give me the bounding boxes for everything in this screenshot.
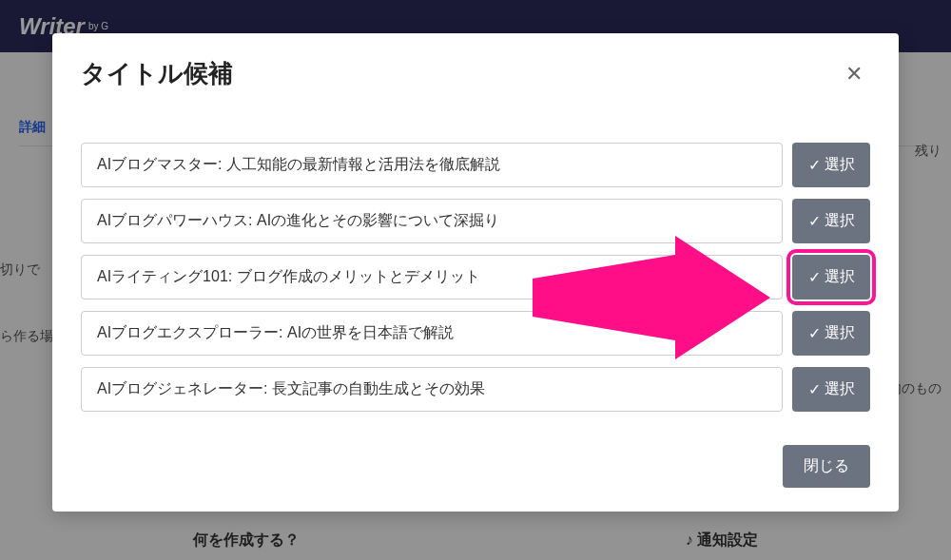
select-button-label: 選択 xyxy=(825,379,855,399)
candidate-text: AIブログジェネレーター: 長文記事の自動生成とその効果 xyxy=(81,367,783,412)
select-button[interactable]: ✓選択 xyxy=(792,255,870,299)
select-button-label: 選択 xyxy=(825,155,855,175)
candidates-list: AIブログマスター: 人工知能の最新情報と活用法を徹底解説✓選択AIブログパワー… xyxy=(81,143,870,412)
candidate-text: AIライティング101: ブログ作成のメリットとデメリット xyxy=(81,255,783,299)
check-icon: ✓ xyxy=(808,212,821,230)
title-candidates-modal: タイトル候補 ✕ AIブログマスター: 人工知能の最新情報と活用法を徹底解説✓選… xyxy=(52,33,899,512)
close-icon[interactable]: ✕ xyxy=(838,58,870,90)
candidate-text: AIブログマスター: 人工知能の最新情報と活用法を徹底解説 xyxy=(81,143,783,187)
candidate-row: AIブログパワーハウス: AIの進化とその影響について深掘り✓選択 xyxy=(81,199,870,243)
select-button-label: 選択 xyxy=(825,267,855,287)
modal-header: タイトル候補 ✕ xyxy=(81,57,870,90)
modal-footer: 閉じる xyxy=(81,445,870,488)
close-button[interactable]: 閉じる xyxy=(783,445,870,488)
candidate-text: AIブログエクスプローラー: AIの世界を日本語で解説 xyxy=(81,311,783,356)
check-icon: ✓ xyxy=(808,380,821,398)
select-button[interactable]: ✓選択 xyxy=(792,143,870,187)
select-button-label: 選択 xyxy=(825,323,855,343)
modal-title: タイトル候補 xyxy=(81,57,233,90)
check-icon: ✓ xyxy=(808,156,821,174)
candidate-row: AIブログマスター: 人工知能の最新情報と活用法を徹底解説✓選択 xyxy=(81,143,870,187)
select-button[interactable]: ✓選択 xyxy=(792,199,870,243)
select-button[interactable]: ✓選択 xyxy=(792,311,870,356)
candidate-text: AIブログパワーハウス: AIの進化とその影響について深掘り xyxy=(81,199,783,243)
check-icon: ✓ xyxy=(808,324,821,342)
select-button-label: 選択 xyxy=(825,211,855,231)
check-icon: ✓ xyxy=(808,268,821,286)
candidate-row: AIライティング101: ブログ作成のメリットとデメリット✓選択 xyxy=(81,255,870,299)
candidate-row: AIブログエクスプローラー: AIの世界を日本語で解説✓選択 xyxy=(81,311,870,356)
select-button[interactable]: ✓選択 xyxy=(792,367,870,412)
candidate-row: AIブログジェネレーター: 長文記事の自動生成とその効果✓選択 xyxy=(81,367,870,412)
